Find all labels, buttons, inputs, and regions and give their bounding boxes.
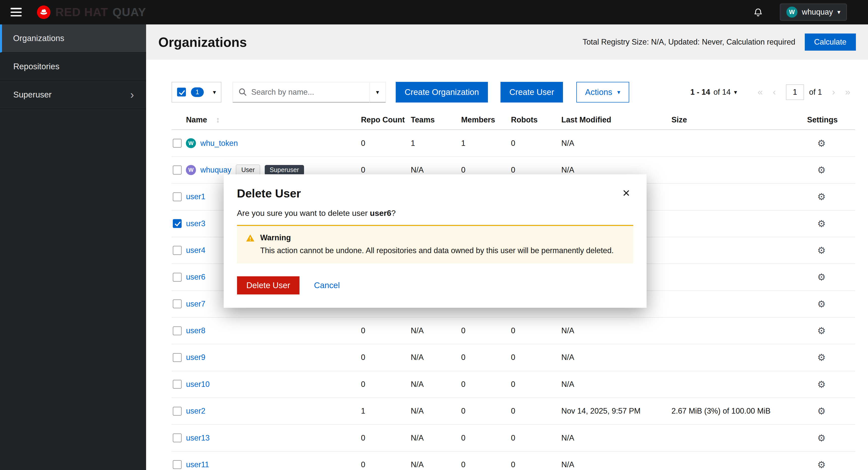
settings-gear-icon[interactable]: ⚙ [817, 406, 826, 417]
org-name-link[interactable]: user1 [186, 192, 205, 201]
settings-gear-icon[interactable]: ⚙ [817, 218, 826, 229]
last-modified-cell: N/A [561, 130, 574, 156]
settings-gear-icon[interactable]: ⚙ [817, 272, 826, 283]
repo-count-cell: 0 [361, 371, 365, 398]
column-header-repo-count: Repo Count [361, 110, 405, 129]
org-name-link[interactable]: user11 [186, 460, 209, 469]
page-total-label: of 1 [809, 88, 822, 97]
teams-cell: N/A [411, 425, 424, 451]
sort-icon[interactable]: ↕ [216, 115, 220, 124]
row-checkbox[interactable] [173, 353, 182, 362]
notifications-bell-icon[interactable] [753, 7, 763, 18]
registry-size-summary: Total Registry Size: N/A, Updated: Never… [583, 37, 795, 46]
cancel-button[interactable]: Cancel [314, 281, 340, 290]
row-checkbox[interactable] [173, 326, 182, 335]
members-cell: 0 [461, 318, 465, 344]
chevron-right-icon: › [130, 89, 134, 100]
bulk-select-dropdown[interactable]: 1 ▾ [172, 82, 221, 102]
org-name-link[interactable]: user4 [186, 246, 205, 255]
row-checkbox[interactable] [173, 219, 182, 228]
user-menu[interactable]: W whuquay ▾ [780, 3, 847, 21]
next-page-button[interactable]: › [827, 87, 840, 97]
create-user-button[interactable]: Create User [500, 82, 563, 102]
repo-count-cell: 0 [361, 451, 365, 470]
org-name-link[interactable]: user10 [186, 380, 210, 389]
sidebar-item-repositories[interactable]: Repositories [0, 53, 146, 81]
chevron-down-icon: ▾ [734, 89, 737, 95]
page-title: Organizations [158, 34, 247, 50]
settings-gear-icon[interactable]: ⚙ [817, 459, 826, 470]
org-name-link[interactable]: whuquay [200, 165, 231, 175]
sidebar-item-superuser[interactable]: Superuser › [0, 81, 146, 109]
table-row: W whu_token 0 1 1 0 N/A ⚙ [172, 130, 855, 157]
page-header: Organizations Total Registry Size: N/A, … [146, 25, 868, 60]
create-organization-button[interactable]: Create Organization [396, 82, 488, 102]
row-checkbox[interactable] [173, 165, 182, 174]
robots-cell: 0 [511, 318, 515, 344]
org-name-link[interactable]: user13 [186, 434, 210, 443]
page-number-input[interactable] [786, 84, 804, 100]
robots-cell: 0 [511, 451, 515, 470]
user-badge: User [236, 164, 260, 176]
org-name-link[interactable]: user7 [186, 300, 205, 309]
row-checkbox[interactable] [173, 380, 182, 389]
last-page-button[interactable]: » [840, 87, 855, 97]
row-checkbox[interactable] [173, 434, 182, 442]
org-name-link[interactable]: user6 [186, 273, 205, 282]
org-name-link[interactable]: user2 [186, 407, 205, 416]
prev-page-button[interactable]: ‹ [768, 87, 781, 97]
warning-title: Warning [260, 233, 614, 242]
column-header-last-modified: Last Modified [561, 110, 611, 129]
selected-count-badge: 1 [191, 87, 204, 97]
row-checkbox[interactable] [173, 192, 182, 201]
row-checkbox[interactable] [173, 407, 182, 416]
settings-gear-icon[interactable]: ⚙ [817, 299, 826, 310]
warning-alert: Warning This action cannot be undone. Al… [237, 225, 633, 263]
settings-gear-icon[interactable]: ⚙ [817, 379, 826, 390]
row-checkbox[interactable] [173, 139, 182, 148]
user-avatar: W [786, 6, 798, 18]
sidebar-item-label: Superuser [13, 90, 52, 99]
row-checkbox[interactable] [173, 460, 182, 469]
table-row: user11 0 N/A 0 0 N/A ⚙ [172, 451, 855, 470]
settings-gear-icon[interactable]: ⚙ [817, 245, 826, 256]
sidebar-item-label: Organizations [13, 33, 64, 43]
settings-gear-icon[interactable]: ⚙ [817, 191, 826, 202]
close-icon[interactable]: × [619, 187, 633, 199]
org-name-link[interactable]: user8 [186, 326, 205, 335]
delete-user-modal: Delete User × Are you sure you want to d… [224, 174, 647, 308]
nav-toggle-icon[interactable] [3, 0, 29, 25]
badges: UserSuperuser [236, 164, 304, 176]
robots-cell: 0 [511, 371, 515, 398]
search-input[interactable] [251, 88, 364, 97]
sidebar-item-organizations[interactable]: Organizations [0, 25, 146, 53]
pagination-menu-toggle[interactable]: 1 - 14 of 14 ▾ [690, 88, 737, 97]
settings-gear-icon[interactable]: ⚙ [817, 433, 826, 444]
pagination: 1 - 14 of 14 ▾ « ‹ of 1 › » [690, 84, 856, 100]
chevron-down-icon: ▾ [617, 89, 620, 95]
row-checkbox[interactable] [173, 300, 182, 308]
row-checkbox[interactable] [173, 273, 182, 282]
settings-gear-icon[interactable]: ⚙ [817, 352, 826, 363]
members-cell: 0 [461, 398, 465, 424]
calculate-button[interactable]: Calculate [805, 33, 856, 51]
bulk-select-checkbox[interactable] [177, 88, 186, 96]
actions-dropdown-button[interactable]: Actions ▾ [576, 82, 629, 102]
last-modified-cell: Nov 14, 2025, 9:57 PM [561, 398, 641, 424]
settings-gear-icon[interactable]: ⚙ [817, 164, 826, 176]
column-header-settings: Settings [807, 110, 838, 129]
org-name-link[interactable]: whu_token [200, 139, 238, 148]
last-modified-cell: N/A [561, 371, 574, 398]
settings-gear-icon[interactable]: ⚙ [817, 138, 826, 149]
confirm-delete-button[interactable]: Delete User [237, 276, 300, 295]
robots-cell: 0 [511, 344, 515, 371]
members-cell: 1 [461, 130, 465, 156]
row-checkbox[interactable] [173, 246, 182, 255]
search-filter-dropdown[interactable]: ▾ [370, 82, 386, 102]
org-name-link[interactable]: user9 [186, 353, 205, 362]
settings-gear-icon[interactable]: ⚙ [817, 325, 826, 336]
org-name-link[interactable]: user3 [186, 219, 205, 228]
first-page-button[interactable]: « [753, 87, 768, 97]
table-row: user8 0 N/A 0 0 N/A ⚙ [172, 318, 855, 344]
brand-quay: QUAY [113, 5, 146, 19]
